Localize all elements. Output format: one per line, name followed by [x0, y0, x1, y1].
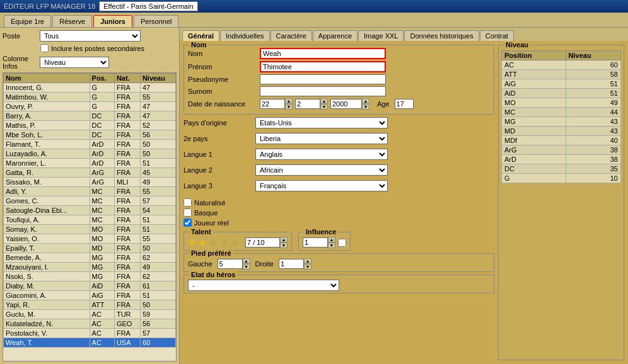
table-row[interactable]: Satougle-Dina Ebi...MCFRA54 — [4, 206, 176, 215]
year-up[interactable]: ▲ — [362, 98, 369, 104]
basque-checkbox[interactable] — [183, 208, 192, 217]
gauche-input[interactable] — [218, 259, 243, 269]
table-row[interactable]: Maronnier, L.ArDFRA51 — [4, 159, 176, 168]
langue1-dropdown[interactable]: Anglais — [255, 149, 388, 160]
tab-donnees[interactable]: Données historiques — [404, 30, 479, 41]
etat-content: - — [188, 280, 490, 291]
table-row[interactable]: Gatta, R.ArGFRA45 — [4, 168, 176, 178]
table-row[interactable]: Adli, Y.MCFRA55 — [4, 187, 176, 196]
tab-apparence[interactable]: Apparence — [313, 30, 358, 41]
tab-reserve[interactable]: Réserve — [52, 15, 92, 27]
table-row[interactable]: Bemede, A.MGFRA62 — [4, 253, 176, 263]
tab-imagexxl[interactable]: Image XXL — [358, 30, 404, 41]
gauche-up[interactable]: ▲ — [243, 258, 250, 264]
langue2-dropdown[interactable]: Africain — [255, 164, 388, 176]
form-panel: Nom Nom Prénom Pseudonyme — [183, 45, 494, 360]
table-row[interactable]: Sissako, M.ArGMLI49 — [4, 178, 176, 187]
table-row[interactable]: Nsoki, S.MGFRA62 — [4, 272, 176, 282]
secondaires-label: Inclure les postes secondaires — [51, 45, 144, 52]
talent-input[interactable] — [245, 237, 280, 247]
surnom-input[interactable] — [260, 86, 386, 96]
joueur-reel-label: Joueur réel — [194, 219, 229, 227]
table-row[interactable]: Ouvry, P.GFRA47 — [4, 102, 176, 111]
pied-content: Gauche ▲ ▼ Droite — [188, 258, 490, 270]
pays-dropdown[interactable]: Etats-Unis — [255, 117, 388, 128]
influence-down[interactable]: ▼ — [328, 242, 335, 248]
droite-up[interactable]: ▲ — [304, 258, 311, 264]
table-row[interactable]: Epailly, T.MDFRA50 — [4, 244, 176, 253]
col-pos[interactable]: Pos. — [90, 74, 114, 83]
gauche-down[interactable]: ▼ — [243, 264, 250, 270]
droite-spin: ▲ ▼ — [279, 258, 311, 270]
niveau-col-pos: Position — [502, 51, 566, 60]
gauche-spin: ▲ ▼ — [218, 258, 250, 270]
day-input[interactable] — [260, 99, 285, 109]
tab-personnel[interactable]: Personnel — [134, 15, 179, 27]
team-tabs: Equipe 1re Réserve Juniors Personnel — [0, 13, 628, 27]
droite-down[interactable]: ▼ — [304, 264, 311, 270]
list-item: DC35 — [502, 164, 621, 174]
tab-contrat[interactable]: Contrat — [480, 30, 514, 41]
nom-group-title: Nom — [189, 41, 208, 48]
day-up[interactable]: ▲ — [285, 98, 293, 104]
naturalise-checkbox[interactable] — [183, 198, 192, 207]
table-row[interactable]: Diaby, M.AiDFRA61 — [4, 282, 176, 291]
etat-dropdown[interactable]: - — [188, 280, 339, 291]
year-down[interactable]: ▼ — [362, 104, 369, 110]
droite-input[interactable] — [279, 259, 304, 269]
table-row[interactable]: Weah, T.ACUSA60 — [4, 338, 176, 348]
colonne-dropdown[interactable]: Niveau — [40, 57, 109, 68]
nom-input[interactable] — [260, 48, 386, 59]
pseudonyme-label: Pseudonyme — [188, 76, 257, 83]
table-row[interactable]: Giacomini, A.AiGFRA51 — [4, 291, 176, 300]
month-down[interactable]: ▼ — [320, 104, 328, 110]
table-row[interactable]: Flamant, T.ArDFRA50 — [4, 140, 176, 149]
surnom-row: Surnom — [188, 86, 490, 96]
tab-individuelles[interactable]: Individuelles — [220, 30, 270, 41]
table-row[interactable]: Mzaouiyani, I.MGFRA49 — [4, 263, 176, 272]
table-row[interactable]: Barry, A.DCFRA47 — [4, 111, 176, 121]
influence-checkbox[interactable] — [338, 239, 346, 247]
year-spin: ▲ ▼ — [330, 98, 369, 110]
table-row[interactable]: Luzayadio, A.ArDFRA50 — [4, 149, 176, 159]
table-row[interactable]: Yaisien, O.MOFRA55 — [4, 234, 176, 244]
table-row[interactable]: Postolachi, V.ACFRA57 — [4, 329, 176, 338]
month-input[interactable] — [295, 99, 320, 109]
table-row[interactable]: Toufiqui, A.MCFRA51 — [4, 215, 176, 225]
day-down[interactable]: ▼ — [285, 104, 293, 110]
second-pays-dropdown[interactable]: Liberia — [255, 133, 388, 144]
tab-equipe1re[interactable]: Equipe 1re — [4, 15, 51, 27]
joueur-reel-checkbox[interactable] — [183, 219, 192, 227]
col-nom[interactable]: Nom — [4, 74, 90, 83]
tab-juniors[interactable]: Juniors — [93, 15, 132, 27]
second-pays-row: 2e pays Liberia — [183, 133, 494, 144]
table-row[interactable]: Kutateladzé, N.ACGEO56 — [4, 319, 176, 329]
col-niveau[interactable]: Niveau — [140, 74, 175, 83]
table-row[interactable]: Innocent, G.GFRA47 — [4, 83, 176, 93]
table-row[interactable]: Yapi, R.ATTFRA50 — [4, 300, 176, 310]
talent-up[interactable]: ▲ — [280, 237, 288, 242]
tab-caractere[interactable]: Caractère — [270, 30, 312, 41]
influence-up[interactable]: ▲ — [328, 237, 335, 242]
tab-general[interactable]: Général — [182, 30, 219, 41]
content-area: Poste Tous Inclure les postes secondaire… — [0, 27, 628, 364]
table-row[interactable]: Mathis, P.DCFRA52 — [4, 121, 176, 130]
talent-down[interactable]: ▼ — [280, 242, 288, 248]
month-up[interactable]: ▲ — [320, 98, 328, 104]
table-row[interactable]: Somay, K.MOFRA51 — [4, 225, 176, 234]
secondaires-checkbox[interactable] — [40, 44, 49, 52]
year-input[interactable] — [330, 99, 362, 109]
table-row[interactable]: Mbe Soh, L.DCFRA56 — [4, 130, 176, 140]
table-row[interactable]: Matimbou, W.GFRA55 — [4, 93, 176, 102]
table-row[interactable]: Gomes, C.MCFRA57 — [4, 196, 176, 206]
prenom-input[interactable] — [260, 61, 386, 72]
langue3-dropdown[interactable]: Français — [255, 180, 388, 191]
col-nat[interactable]: Nat. — [114, 74, 140, 83]
main-container: Equipe 1re Réserve Juniors Personnel Pos… — [0, 13, 628, 364]
influence-input[interactable] — [303, 237, 328, 247]
table-row[interactable]: Guclu, M.ACTUR59 — [4, 310, 176, 319]
niveau-col-niv: Niveau — [566, 51, 620, 60]
basque-label: Basque — [194, 209, 218, 217]
pseudonyme-input[interactable] — [260, 74, 386, 84]
poste-dropdown[interactable]: Tous — [40, 30, 141, 42]
